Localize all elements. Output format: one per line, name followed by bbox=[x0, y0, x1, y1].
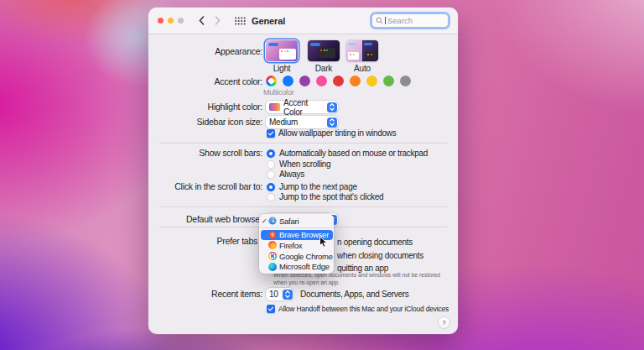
back-button[interactable] bbox=[195, 14, 208, 28]
window-title: General bbox=[252, 16, 285, 26]
firefox-icon bbox=[268, 241, 277, 249]
accent-swatch-yellow[interactable] bbox=[366, 76, 377, 86]
mini-window bbox=[319, 48, 335, 58]
radio-scrollbars-always[interactable]: Always bbox=[267, 170, 304, 179]
radio-selected-icon bbox=[267, 183, 275, 191]
forward-button bbox=[211, 14, 224, 28]
menu-item-label: Safari bbox=[279, 217, 299, 226]
appearance-option-label: Dark bbox=[308, 64, 340, 73]
accent-swatch-pink[interactable] bbox=[316, 76, 327, 86]
prefer-tabs-label: Prefer tabs bbox=[148, 236, 257, 247]
brave-icon bbox=[268, 231, 277, 239]
menu-item-chrome[interactable]: Google Chrome bbox=[259, 251, 334, 262]
traffic-lights bbox=[158, 18, 184, 24]
sidebar-size-value: Medium bbox=[269, 118, 298, 127]
show-all-button[interactable] bbox=[235, 17, 246, 25]
accent-swatch-purple[interactable] bbox=[299, 76, 310, 86]
accent-color-swatches bbox=[266, 76, 411, 86]
text-caret bbox=[385, 17, 386, 24]
accent-color-label: Accent color: bbox=[148, 76, 262, 86]
accent-gradient-swatch bbox=[269, 103, 280, 111]
menu-item-edge[interactable]: Microsoft Edge bbox=[259, 261, 334, 272]
close-button[interactable] bbox=[158, 18, 164, 24]
chevron-right-icon bbox=[215, 16, 221, 25]
sidebar-size-select[interactable]: Medium bbox=[266, 116, 338, 128]
minimize-button[interactable] bbox=[168, 18, 174, 24]
radio-label: Jump to the spot that's clicked bbox=[279, 192, 383, 201]
menu-item-label: Microsoft Edge bbox=[279, 262, 330, 271]
checkbox-checked-icon bbox=[267, 305, 275, 313]
recent-items-select[interactable]: 10 bbox=[266, 288, 293, 300]
accent-swatch-multicolor[interactable] bbox=[266, 76, 277, 86]
recent-items-label: Recent items: bbox=[148, 288, 262, 300]
handoff-checkbox[interactable]: Allow Handoff between this Mac and your … bbox=[267, 305, 449, 313]
accent-swatch-graphite[interactable] bbox=[400, 76, 411, 86]
highlight-color-select[interactable]: Accent Color bbox=[266, 101, 338, 113]
search-field[interactable] bbox=[371, 13, 449, 28]
radio-icon bbox=[267, 193, 275, 201]
checkmark-icon: ✓ bbox=[262, 217, 268, 225]
divider bbox=[159, 143, 447, 144]
search-icon bbox=[376, 17, 383, 24]
checkbox-checked-icon bbox=[267, 129, 275, 138]
highlight-color-label: Highlight color: bbox=[148, 101, 262, 113]
radio-label: When scrolling bbox=[279, 159, 330, 169]
menu-item-safari[interactable]: ✓ Safari bbox=[259, 216, 334, 227]
appearance-option-label: Auto bbox=[346, 64, 378, 73]
appearance-label: Appearance: bbox=[148, 46, 262, 56]
search-input[interactable] bbox=[387, 16, 444, 25]
wallpaper-tinting-label: Allow wallpaper tinting in windows bbox=[278, 128, 396, 138]
accent-swatch-red[interactable] bbox=[333, 76, 344, 86]
stepper-icon bbox=[283, 290, 293, 300]
wallpaper-tinting-checkbox[interactable]: Allow wallpaper tinting in windows bbox=[267, 128, 396, 138]
appearance-option-light[interactable] bbox=[266, 40, 298, 61]
chevron-left-icon bbox=[199, 16, 205, 25]
radio-icon bbox=[267, 170, 275, 179]
safari-icon bbox=[268, 217, 277, 225]
highlight-color-value: Accent Color bbox=[283, 98, 325, 117]
scroll-bars-label: Show scroll bars: bbox=[148, 149, 262, 158]
system-preferences-window: General Appearance: bbox=[148, 8, 458, 334]
radio-label: Automatically based on mouse or trackpad bbox=[279, 149, 428, 158]
menu-item-label: Google Chrome bbox=[279, 252, 333, 261]
radio-label: Jump to the next page bbox=[279, 182, 357, 191]
mini-window bbox=[279, 49, 296, 60]
stepper-icon bbox=[327, 118, 337, 128]
radio-jump-next-page[interactable]: Jump to the next page bbox=[267, 182, 357, 191]
accent-swatch-blue[interactable] bbox=[283, 76, 293, 86]
radio-scrollbars-automatic[interactable]: Automatically based on mouse or trackpad bbox=[267, 149, 428, 158]
stepper-icon bbox=[327, 102, 337, 112]
accent-swatch-orange[interactable] bbox=[350, 76, 361, 86]
accent-swatch-green[interactable] bbox=[383, 76, 394, 86]
accent-caption: Multicolor bbox=[263, 88, 294, 97]
menu-separator bbox=[260, 227, 333, 228]
titlebar: General bbox=[148, 8, 458, 34]
menubar-pill bbox=[268, 43, 278, 46]
help-button[interactable]: ? bbox=[439, 317, 449, 328]
radio-icon bbox=[267, 160, 275, 169]
recent-items-suffix: Documents, Apps, and Servers bbox=[300, 288, 408, 297]
prefer-tabs-fragment: n opening documents bbox=[337, 238, 413, 247]
default-browser-label: Default web browser bbox=[148, 213, 262, 226]
appearance-option-label: Light bbox=[266, 64, 298, 73]
grid-icon bbox=[235, 17, 246, 25]
radio-label: Always bbox=[279, 170, 304, 179]
scroll-click-label: Click in the scroll bar to: bbox=[148, 182, 262, 191]
radio-selected-icon bbox=[267, 149, 275, 158]
radio-jump-to-spot[interactable]: Jump to the spot that's clicked bbox=[267, 192, 383, 201]
recent-items-value: 10 bbox=[269, 290, 278, 299]
menu-item-label: Firefox bbox=[279, 241, 302, 250]
chrome-icon bbox=[268, 252, 277, 260]
handoff-label: Allow Handoff between this Mac and your … bbox=[278, 305, 449, 313]
zoom-button bbox=[178, 18, 184, 24]
prefer-tabs-fragment: when closing documents bbox=[337, 251, 423, 260]
cursor-pointer-icon bbox=[319, 236, 328, 248]
menubar-pill bbox=[310, 43, 320, 46]
radio-scrollbars-when-scrolling[interactable]: When scrolling bbox=[267, 159, 330, 169]
divider bbox=[159, 206, 447, 207]
appearance-option-dark[interactable] bbox=[308, 40, 340, 61]
edge-icon bbox=[268, 263, 277, 271]
sidebar-size-label: Sidebar icon size: bbox=[148, 116, 262, 128]
appearance-option-auto[interactable] bbox=[346, 40, 378, 61]
